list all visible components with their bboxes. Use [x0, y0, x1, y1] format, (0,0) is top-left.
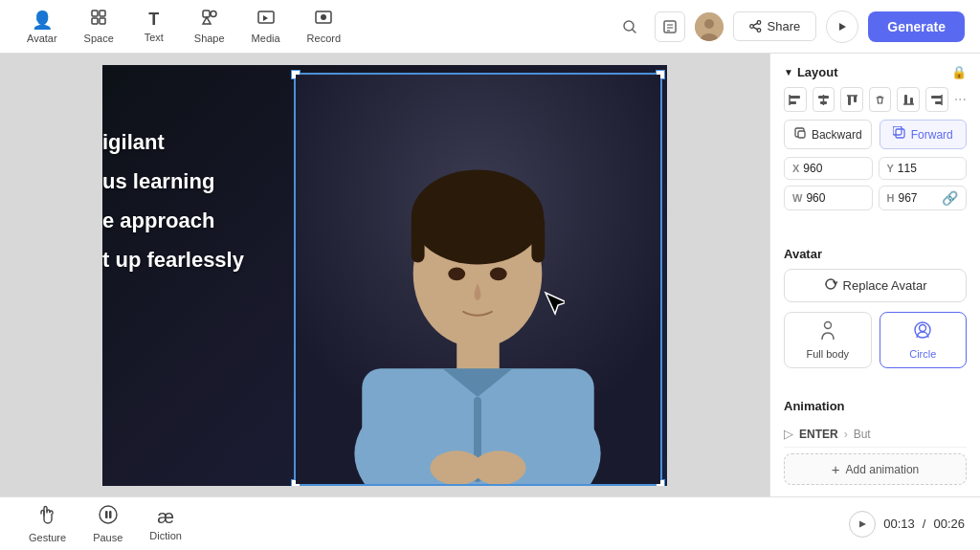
svg-point-26: [412, 169, 545, 264]
gesture-icon: [37, 504, 58, 530]
position-size-grid: X 960 Y 115 W 960 H 967 🔗: [784, 157, 967, 210]
delete-btn[interactable]: [869, 87, 892, 112]
backward-icon: [793, 126, 807, 143]
toolbar-item-media[interactable]: Media: [240, 3, 292, 50]
user-avatar[interactable]: [695, 12, 724, 41]
toolbar-right: Share Generate: [614, 11, 965, 43]
slide: igilant us learning e approach t up fear…: [102, 65, 667, 486]
pause-label: Pause: [93, 532, 122, 543]
gesture-button[interactable]: Gesture: [15, 500, 79, 547]
svg-point-15: [704, 19, 714, 29]
media-label: Media: [252, 33, 280, 44]
svg-point-53: [824, 322, 831, 329]
svg-rect-0: [92, 11, 98, 16]
backward-forward-row: Backward Forward: [784, 120, 967, 149]
y-field[interactable]: Y 115: [879, 157, 968, 180]
diction-label: Diction: [149, 530, 182, 541]
add-animation-button[interactable]: + Add animation: [784, 453, 967, 485]
svg-rect-46: [931, 96, 942, 99]
layout-section-header: ▼ Layout 🔒: [784, 65, 967, 79]
pause-button[interactable]: Pause: [79, 500, 136, 547]
enter-anim-arrow: ›: [844, 428, 848, 441]
toolbar-item-shape[interactable]: Shape: [183, 3, 236, 50]
x-field[interactable]: X 960: [784, 157, 873, 180]
share-button[interactable]: Share: [733, 11, 817, 41]
w-field[interactable]: W 960: [784, 186, 873, 210]
search-button[interactable]: [614, 11, 645, 42]
svg-rect-57: [105, 511, 108, 518]
svg-rect-3: [100, 18, 105, 24]
circle-avatar-icon: [913, 320, 932, 344]
text-label: Text: [145, 32, 164, 43]
full-body-btn[interactable]: Full body: [784, 312, 872, 368]
time-total: 00:26: [933, 517, 965, 531]
animation-panel-section: Animation ▷ ENTER › But + Add animation …: [784, 399, 967, 496]
replace-avatar-button[interactable]: Replace Avatar: [784, 269, 967, 302]
avatar-icon: 👤: [32, 10, 53, 31]
diction-icon: æ: [157, 506, 174, 528]
svg-point-30: [490, 267, 507, 280]
shape-icon: [201, 9, 218, 31]
avatar-panel-title: Avatar: [784, 247, 967, 261]
align-right-btn[interactable]: [925, 87, 948, 112]
svg-point-17: [757, 21, 761, 25]
layout-align-row: ···: [784, 87, 967, 112]
refresh-icon: [824, 277, 837, 294]
avatar-type-row: Full body Circle: [784, 312, 967, 368]
avatar-photo: [296, 75, 660, 484]
animation-title: Animation: [784, 399, 967, 413]
record-label: Record: [307, 33, 341, 44]
top-toolbar: 👤 Avatar Space T Text Shape: [0, 0, 980, 54]
toolbar-item-text[interactable]: T Text: [129, 4, 179, 49]
lock-icon[interactable]: 🔒: [951, 65, 967, 79]
diction-button[interactable]: æ Diction: [136, 502, 195, 545]
text-icon: T: [148, 10, 159, 30]
svg-rect-27: [412, 214, 425, 261]
record-icon: [315, 9, 332, 31]
full-body-icon: [818, 320, 837, 344]
svg-rect-41: [854, 96, 857, 102]
svg-point-29: [448, 267, 465, 280]
svg-rect-43: [904, 95, 907, 104]
circle-btn[interactable]: Circle: [880, 312, 968, 368]
toolbar-item-record[interactable]: Record: [296, 3, 352, 50]
space-label: Space: [84, 33, 114, 44]
chevron-down-icon: ▼: [784, 67, 793, 77]
enter-anim-label: ENTER: [799, 428, 838, 441]
time-display: 00:13 / 00:26: [849, 511, 965, 538]
backward-button[interactable]: Backward: [784, 120, 872, 149]
svg-point-18: [749, 25, 753, 29]
svg-rect-50: [798, 131, 805, 138]
generate-button[interactable]: Generate: [868, 11, 965, 42]
svg-point-33: [473, 451, 525, 484]
lock-ratio-btn[interactable]: 🔗: [942, 190, 958, 206]
layout-title: ▼ Layout: [784, 65, 838, 79]
align-top-btn[interactable]: [840, 87, 863, 112]
forward-button[interactable]: Forward: [880, 120, 968, 149]
main-content: igilant us learning e approach t up fear…: [0, 54, 980, 496]
align-center-btn[interactable]: [813, 87, 835, 112]
preview-play-button[interactable]: [826, 11, 858, 43]
canvas-area[interactable]: igilant us learning e approach t up fear…: [0, 54, 769, 496]
notes-button[interactable]: [655, 11, 685, 42]
timeline-play-button[interactable]: [849, 511, 876, 538]
svg-rect-35: [790, 101, 796, 104]
align-bottom-btn[interactable]: [897, 87, 920, 112]
toolbar-item-avatar[interactable]: 👤 Avatar: [15, 4, 69, 50]
enter-anim-icon: ▷: [784, 427, 793, 441]
avatar-panel-section: Avatar Replace Avatar: [784, 247, 967, 368]
bottom-toolbar: Gesture Pause æ Diction 00:13 / 00:26: [0, 496, 980, 550]
avatar-selection-box[interactable]: [294, 73, 662, 486]
svg-rect-28: [531, 214, 545, 261]
align-left-btn[interactable]: [784, 87, 807, 112]
more-options-btn[interactable]: ···: [954, 91, 967, 108]
gesture-label: Gesture: [29, 532, 66, 543]
time-current: 00:13: [883, 517, 915, 531]
svg-point-8: [321, 14, 326, 20]
svg-rect-4: [203, 11, 210, 17]
svg-point-19: [757, 29, 761, 33]
avatar-label: Avatar: [27, 33, 57, 44]
h-field[interactable]: H 967 🔗: [879, 186, 968, 210]
svg-rect-40: [848, 96, 851, 105]
toolbar-item-space[interactable]: Space: [73, 3, 125, 50]
